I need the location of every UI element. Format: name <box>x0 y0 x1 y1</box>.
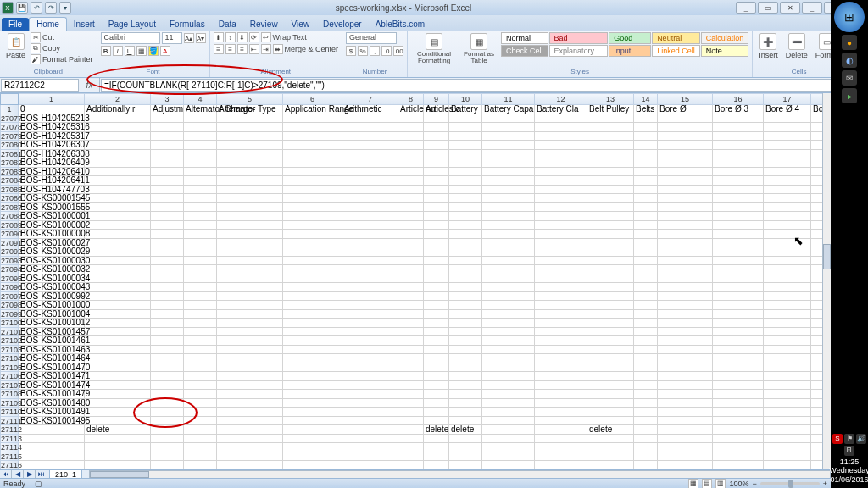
cell[interactable]: Adjustm <box>151 105 184 114</box>
cell[interactable] <box>85 186 151 195</box>
cell[interactable] <box>713 150 764 159</box>
cell[interactable] <box>713 212 764 221</box>
cell-style-option[interactable]: Check Cell <box>501 45 548 57</box>
cell[interactable] <box>587 168 634 177</box>
cell[interactable] <box>151 336 184 346</box>
cell[interactable] <box>283 443 342 452</box>
cell[interactable] <box>764 158 811 168</box>
cell[interactable] <box>151 408 184 417</box>
cell[interactable] <box>283 158 342 168</box>
cell[interactable] <box>151 176 184 186</box>
row-header[interactable]: 27097 <box>0 292 19 302</box>
cell-style-option[interactable]: Neutral <box>652 32 700 44</box>
fill-color-button[interactable]: 🪣 <box>148 46 159 56</box>
row-header[interactable]: 27103 <box>0 346 19 355</box>
cell[interactable] <box>283 354 342 363</box>
cell[interactable] <box>713 452 764 462</box>
select-all-button[interactable] <box>0 93 19 105</box>
cell[interactable] <box>449 292 482 302</box>
cell[interactable] <box>535 221 587 230</box>
cell[interactable] <box>587 390 634 399</box>
cell[interactable] <box>424 301 449 310</box>
cell[interactable] <box>85 328 151 337</box>
sheet-nav-next[interactable]: ▶ <box>24 470 36 478</box>
cell[interactable] <box>151 132 184 141</box>
cell[interactable] <box>482 328 535 337</box>
cell[interactable] <box>398 310 424 319</box>
cell[interactable] <box>764 265 811 274</box>
cell[interactable] <box>424 141 449 150</box>
cell[interactable] <box>713 292 764 302</box>
cell[interactable] <box>184 186 217 195</box>
cell[interactable] <box>283 132 342 141</box>
cell[interactable] <box>342 328 398 337</box>
cell[interactable] <box>398 435 424 444</box>
cell[interactable] <box>85 158 151 168</box>
cell[interactable] <box>184 230 217 239</box>
cell[interactable] <box>587 265 634 274</box>
cell[interactable] <box>587 274 634 284</box>
cell[interactable] <box>184 301 217 310</box>
cell[interactable] <box>449 372 482 381</box>
cell[interactable] <box>342 443 398 452</box>
cell[interactable] <box>85 221 151 230</box>
cell[interactable] <box>424 274 449 284</box>
bold-button[interactable]: B <box>101 46 111 56</box>
cell[interactable] <box>283 346 342 355</box>
cell[interactable] <box>713 132 764 141</box>
cell[interactable] <box>713 123 764 132</box>
column-header[interactable]: 2 <box>85 93 151 105</box>
cell[interactable] <box>184 425 217 435</box>
align-bottom-button[interactable]: ⬇ <box>237 32 248 42</box>
cell[interactable] <box>482 158 535 168</box>
cell[interactable] <box>713 310 764 319</box>
cell[interactable] <box>658 417 713 426</box>
cell[interactable] <box>764 461 811 469</box>
cell[interactable] <box>85 372 151 381</box>
cell[interactable] <box>217 310 283 319</box>
cell[interactable] <box>283 292 342 302</box>
align-right-button[interactable]: ≡ <box>237 44 248 54</box>
cell[interactable] <box>424 363 449 373</box>
cell[interactable] <box>587 399 634 408</box>
cell[interactable] <box>713 363 764 373</box>
cell[interactable] <box>85 461 151 469</box>
cell[interactable]: BOS-KS01000008 <box>19 230 85 239</box>
cell[interactable] <box>424 186 449 195</box>
cell[interactable] <box>151 354 184 363</box>
cell[interactable] <box>764 150 811 159</box>
cell[interactable] <box>85 176 151 186</box>
cell[interactable] <box>424 212 449 221</box>
cell[interactable] <box>184 408 217 417</box>
cell[interactable] <box>184 283 217 292</box>
cell[interactable] <box>342 310 398 319</box>
cell[interactable] <box>342 176 398 186</box>
cell[interactable] <box>85 443 151 452</box>
cell[interactable] <box>217 114 283 124</box>
cell[interactable] <box>449 408 482 417</box>
cell[interactable] <box>482 461 535 469</box>
cell[interactable] <box>535 381 587 391</box>
cell[interactable] <box>85 168 151 177</box>
cell[interactable] <box>449 346 482 355</box>
cell[interactable] <box>217 239 283 248</box>
cell[interactable] <box>283 212 342 221</box>
cell[interactable]: Battery Capa <box>482 105 535 114</box>
cell[interactable] <box>283 435 342 444</box>
row-header[interactable]: 27110 <box>0 408 19 417</box>
row-header[interactable]: 27114 <box>0 443 19 452</box>
view-normal-button[interactable]: ▦ <box>688 479 698 489</box>
cell[interactable] <box>342 132 398 141</box>
row-header[interactable]: 27094 <box>0 265 19 274</box>
undo-icon[interactable]: ↶ <box>31 2 42 14</box>
cell[interactable] <box>85 123 151 132</box>
cell[interactable] <box>587 461 634 469</box>
cell[interactable] <box>184 168 217 177</box>
row-header[interactable]: 27100 <box>0 319 19 328</box>
workbook-restore-button[interactable]: ▭ <box>758 2 778 14</box>
italic-button[interactable]: I <box>113 46 123 56</box>
row-header[interactable]: 27107 <box>0 381 19 391</box>
cell[interactable] <box>151 141 184 150</box>
cell[interactable] <box>658 390 713 399</box>
cell[interactable] <box>587 328 634 337</box>
